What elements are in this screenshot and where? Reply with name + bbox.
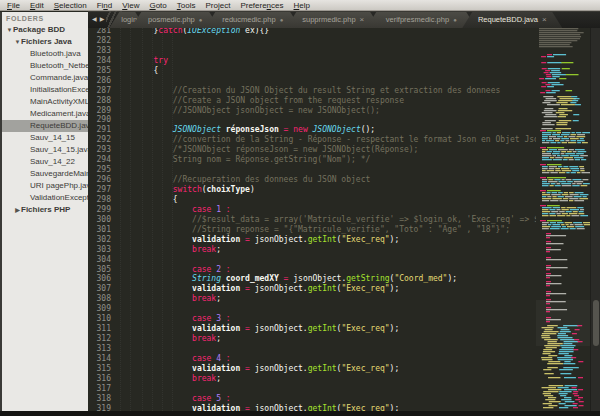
line-number: 312 [88,334,112,344]
menu-find[interactable]: Find [92,0,118,11]
sidebar-item-label: InitialisationExcep [30,85,88,94]
tab-label: reducmedic.php [222,15,275,24]
menu-help[interactable]: Help [289,0,315,11]
code-line: String coord_medXY = jsonObject.getStrin… [115,274,536,284]
tab-requetebdd-java[interactable]: RequeteBDD.java× [462,12,562,28]
folder-closed-arrow-icon[interactable]: ▶ [14,204,21,216]
line-number: 283 [88,46,112,56]
line-number: 284 [88,56,112,66]
tab-supprmedic-php[interactable]: supprmedic.php× [286,12,380,28]
sidebar-item-label: Sauv_14_15 [30,133,75,142]
sidebar: FOLDERS ▼Package BDD▼Fichiers JavaBlueto… [0,12,88,411]
code-line: //Creation du JSON Object du result Stri… [115,86,536,96]
sidebar-item-sauv-14-15-java[interactable]: Sauv_14_15.java [2,144,88,156]
sidebar-item-bluetooth-netbea[interactable]: Bluetooth_Netbea [2,60,88,72]
line-number: 301 [88,225,112,235]
code-line: { [115,66,536,76]
tab-scroll-left-button[interactable]: ◀ [92,11,97,28]
line-number: 300 [88,215,112,225]
code-line [115,384,536,394]
code-line: validation = jsonObject.getInt("Exec_req… [115,364,536,374]
scrollbar-track[interactable] [590,28,600,411]
tab-posmedic-php[interactable]: posmedic.php● [131,12,219,28]
sidebar-item-package-bdd[interactable]: ▼Package BDD [2,24,88,36]
line-number: 296 [88,175,112,185]
line-number: 298 [88,195,112,205]
code-line: case 4 : [115,354,536,364]
code-line: switch(choixType) [115,185,536,195]
code-line: case 2 : [115,265,536,275]
code-line: case 1 : [115,205,536,215]
code-line: String nom = Réponse.getString("Nom"); *… [115,155,536,165]
line-number: 316 [88,374,112,384]
code-line: }catch(IOException ex){} [115,28,536,36]
editor: 2812822832842852862872882892902912922932… [88,28,600,411]
sidebar-item-label: Sauv_14_22 [30,157,75,166]
sidebar-item-validationexceptio[interactable]: ValidationExceptio [2,192,88,204]
sidebar-item-uri-pagephp-java[interactable]: URI pagePhp.java [2,180,88,192]
folder-open-arrow-icon[interactable]: ▼ [6,24,13,36]
close-icon[interactable]: × [360,15,365,24]
sidebar-item-fichiers-java[interactable]: ▼Fichiers Java [2,36,88,48]
scrollbar-thumb[interactable] [593,300,599,346]
line-number: 292 [88,135,112,145]
menu-edit[interactable]: Edit [25,0,49,11]
code-line: case 5 : [115,394,536,404]
close-icon[interactable]: × [542,15,547,24]
line-number: 282 [88,36,112,46]
code-line: break; [115,334,536,344]
menu-view[interactable]: View [117,0,144,11]
sidebar-item-sauv-14-22[interactable]: Sauv_14_22 [2,156,88,168]
menu-file[interactable]: File [2,0,25,11]
tab-verifpresmedic-php[interactable]: verifpresmedic.php● [366,12,476,28]
line-number: 317 [88,384,112,394]
line-number: 305 [88,265,112,275]
tab-reducmedic-php[interactable]: reducmedic.php● [205,12,300,28]
menu-goto[interactable]: Goto [144,0,171,11]
line-number: 315 [88,364,112,374]
sidebar-item-sauv-14-15[interactable]: Sauv_14_15 [2,132,88,144]
tab-scroll-right-button[interactable]: ▶ [100,11,105,28]
sidebar-item-requetebdd-java[interactable]: RequeteBDD.java [2,120,88,132]
menu-selection[interactable]: Selection [49,0,92,11]
line-number: 303 [88,245,112,255]
sidebar-item-commande-java[interactable]: Commande.java [2,72,88,84]
sidebar-item-label: Fichiers Java [21,37,72,46]
line-number: 306 [88,274,112,284]
minimap[interactable] [536,28,590,411]
sidebar-item-medicament-java[interactable]: Medicament.java [2,108,88,120]
tab-label: supprmedic.php [302,15,355,24]
sidebar-item-label: Bluetooth.java [30,49,81,58]
menu-project[interactable]: Project [200,0,235,11]
line-number: 290 [88,115,112,125]
code-line: validation = jsonObject.getInt("Exec_req… [115,404,536,411]
code-area[interactable]: }catch(IOException ex){} try { //Creatio… [115,28,536,411]
menu-preferences[interactable]: Preferences [235,0,288,11]
line-number: 313 [88,344,112,354]
sidebar-item-initialisationexcep[interactable]: InitialisationExcep [2,84,88,96]
folder-open-arrow-icon[interactable]: ▼ [14,36,21,48]
line-number: 310 [88,314,112,324]
modified-dot-icon: ● [453,17,457,23]
tab-label: RequeteBDD.java [478,15,538,24]
menu-tools[interactable]: Tools [172,0,201,11]
sidebar-item-sauvegardemaina[interactable]: SauvegardeMainA [2,168,88,180]
line-number: 304 [88,255,112,265]
code-line: validation = jsonObject.getInt("Exec_req… [115,235,536,245]
code-line: //$result_data = array('Matricule_verifi… [115,215,536,225]
sidebar-item-bluetooth-java[interactable]: Bluetooth.java [2,48,88,60]
line-number: 318 [88,394,112,404]
code-line [115,344,536,354]
sidebar-item-label: URI pagePhp.java [30,181,88,190]
sidebar-item-label: Bluetooth_Netbea [30,61,88,70]
sidebar-item-mainactivityxml-x[interactable]: MainActivityXML.x [2,96,88,108]
line-number: 307 [88,284,112,294]
line-number: 302 [88,235,112,245]
sidebar-item-fichiers-php[interactable]: ▶Fichiers PHP [2,204,88,216]
line-number: 286 [88,76,112,86]
line-number: 297 [88,185,112,195]
code-line [115,36,536,46]
code-line: try [115,56,536,66]
sidebar-item-label: SauvegardeMainA [30,169,88,178]
tab-label: posmedic.php [148,15,195,24]
